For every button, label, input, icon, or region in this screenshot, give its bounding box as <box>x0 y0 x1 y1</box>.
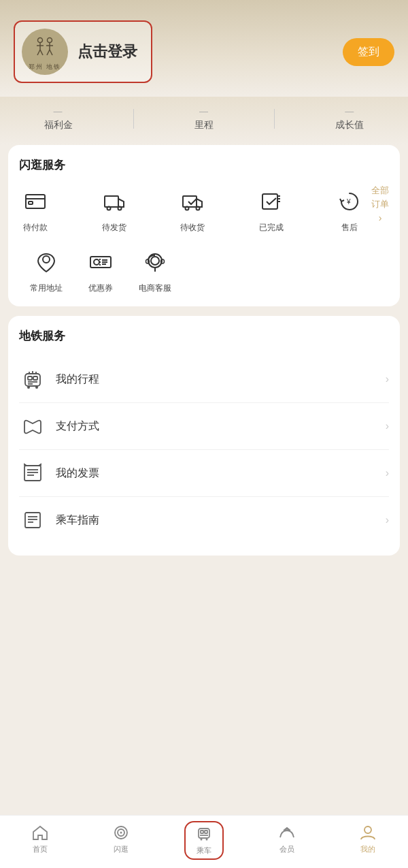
nav-profile[interactable]: 我的 <box>351 821 385 860</box>
nav-member[interactable]: 会员 <box>270 821 304 860</box>
svg-rect-49 <box>25 513 40 528</box>
nav-shop-label: 闪逛 <box>114 844 129 854</box>
fulijin-value: — <box>54 106 63 116</box>
stat-divider-2 <box>274 109 275 129</box>
shangyou-section: 闪逛服务 待付款 <box>8 145 400 306</box>
login-text[interactable]: 点击登录 <box>78 42 137 62</box>
aftersale-label: 售后 <box>341 222 358 234</box>
licheng-label: 里程 <box>194 119 214 131</box>
all-orders-line2: 订单 <box>371 199 389 210</box>
address-label: 常用地址 <box>30 283 63 294</box>
metro-logo-icon <box>31 33 59 61</box>
nav-train[interactable]: 乘车 <box>184 821 224 860</box>
order-services-grid: 待付款 待发货 <box>19 185 389 234</box>
stat-fulijin[interactable]: — 福利金 <box>44 106 73 131</box>
trip-chevron-icon: › <box>386 373 389 385</box>
metro-trip-item[interactable]: 我的行程 › <box>19 356 389 403</box>
payment-method-icon <box>19 413 46 440</box>
order-icons-row: 待付款 待发货 <box>19 185 366 234</box>
address-item[interactable]: 常用地址 <box>19 246 73 294</box>
svg-rect-58 <box>205 831 207 833</box>
pending-ship-icon <box>98 185 131 218</box>
fulijin-label: 福利金 <box>44 119 73 131</box>
trip-label: 我的行程 <box>56 372 386 387</box>
stat-chenzhangzhi[interactable]: — 成长值 <box>335 106 364 131</box>
svg-rect-37 <box>33 376 37 380</box>
coupon-label: 优惠券 <box>88 283 113 294</box>
metro-section: 地铁服务 我的行程 › <box>8 316 400 556</box>
completed-icon <box>255 185 288 218</box>
bottom-nav: 首页 闪逛 乘车 会员 <box>0 815 408 868</box>
avatar-label: 郑州 地铁 <box>29 63 62 71</box>
order-aftersale[interactable]: ¥ 售后 <box>333 185 366 234</box>
order-pending-payment[interactable]: 待付款 <box>19 185 52 234</box>
stat-divider-1 <box>133 109 134 129</box>
guide-chevron-icon: › <box>386 514 389 526</box>
svg-point-18 <box>197 207 200 210</box>
nav-profile-label: 我的 <box>360 844 375 854</box>
bottom-service-icons: 常用地址 优惠券 <box>19 246 389 294</box>
svg-rect-45 <box>24 466 41 481</box>
payment-chevron-icon: › <box>386 420 389 432</box>
stats-row: — 福利金 — 里程 — 成长值 <box>0 97 408 145</box>
train-icon <box>195 825 213 843</box>
svg-point-32 <box>151 257 159 265</box>
invoice-chevron-icon: › <box>386 467 389 479</box>
svg-point-17 <box>186 207 189 210</box>
svg-point-0 <box>38 37 43 42</box>
svg-text:¥: ¥ <box>346 198 351 206</box>
metro-payment-item[interactable]: 支付方式 › <box>19 403 389 450</box>
chenzhangzhi-value: — <box>345 106 354 116</box>
nav-home[interactable]: 首页 <box>23 821 57 860</box>
svg-rect-12 <box>29 202 33 204</box>
order-pending-ship[interactable]: 待发货 <box>98 185 131 234</box>
svg-line-9 <box>50 50 52 55</box>
svg-point-40 <box>27 386 30 389</box>
all-orders-line1: 全部 <box>371 185 389 197</box>
nav-shop[interactable]: 闪逛 <box>104 821 138 860</box>
svg-line-8 <box>47 50 50 55</box>
coupon-icon <box>84 246 117 278</box>
profile-card[interactable]: 郑州 地铁 点击登录 <box>14 20 152 83</box>
aftersale-icon: ¥ <box>333 185 366 218</box>
member-icon <box>278 824 296 841</box>
pending-receive-icon <box>176 185 209 218</box>
bottom-spacer <box>8 565 400 620</box>
all-orders-btn[interactable]: 全部 订单 › <box>366 185 389 223</box>
coupon-item[interactable]: 优惠券 <box>73 246 128 294</box>
svg-point-34 <box>161 259 165 263</box>
svg-rect-36 <box>28 376 32 380</box>
svg-point-64 <box>364 826 371 833</box>
customer-service-item[interactable]: 电商客服 <box>128 246 182 294</box>
order-completed[interactable]: 已完成 <box>255 185 288 234</box>
metro-guide-item[interactable]: 乘车指南 › <box>19 497 389 543</box>
main-content: 闪逛服务 待付款 <box>0 145 408 620</box>
licheng-value: — <box>199 106 209 116</box>
stat-licheng[interactable]: — 里程 <box>194 106 214 131</box>
invoice-label: 我的发票 <box>56 466 386 481</box>
customer-service-icon <box>139 246 171 278</box>
shop-icon <box>112 824 130 841</box>
shangyou-title: 闪逛服务 <box>19 157 389 173</box>
avatar: 郑州 地铁 <box>22 29 68 75</box>
invoice-icon <box>19 460 46 487</box>
svg-point-41 <box>35 386 38 389</box>
address-icon <box>30 246 63 278</box>
order-pending-receive[interactable]: 待收货 <box>176 185 209 234</box>
svg-line-4 <box>40 50 43 55</box>
all-orders-chevron-icon: › <box>379 212 382 223</box>
chenzhangzhi-label: 成长值 <box>335 119 364 131</box>
profile-icon <box>359 824 377 841</box>
pending-payment-label: 待付款 <box>23 222 48 234</box>
svg-point-14 <box>107 207 110 210</box>
svg-point-33 <box>146 259 150 263</box>
completed-label: 已完成 <box>259 222 284 234</box>
svg-point-55 <box>120 832 122 834</box>
metro-invoice-item[interactable]: 我的发票 › <box>19 450 389 497</box>
svg-point-24 <box>43 256 50 263</box>
svg-line-3 <box>37 50 40 55</box>
nav-home-label: 首页 <box>33 844 48 854</box>
signin-button[interactable]: 签到 <box>343 38 394 66</box>
svg-point-5 <box>48 37 52 42</box>
trip-icon <box>19 366 46 393</box>
